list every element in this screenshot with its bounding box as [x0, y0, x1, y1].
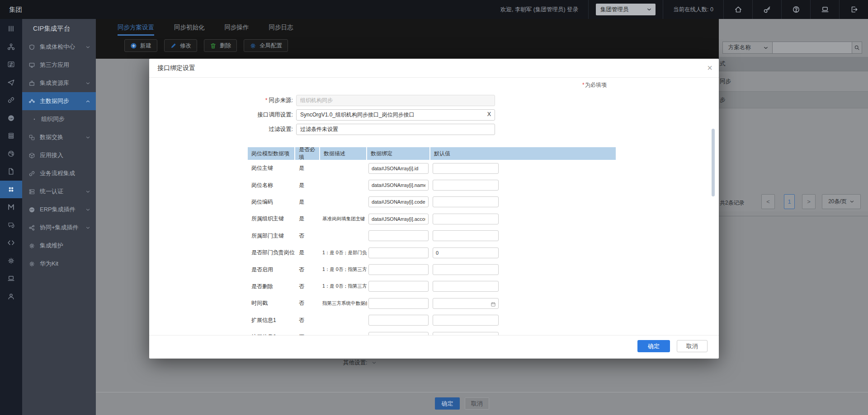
rail-item[interactable] [0, 216, 22, 234]
home-button[interactable] [724, 5, 752, 14]
default-value-input[interactable] [433, 298, 499, 309]
user-icon [7, 293, 15, 300]
table-row[interactable]: 同步 [719, 71, 868, 92]
new-button[interactable]: 新建 [124, 39, 157, 52]
binding-input[interactable] [368, 315, 429, 326]
delete-button[interactable]: 删除 [204, 39, 237, 52]
console-button[interactable] [811, 5, 839, 14]
link-icon [7, 96, 15, 104]
binding-input[interactable] [368, 230, 429, 241]
rail-item[interactable] [0, 288, 22, 306]
rail-item[interactable] [0, 56, 22, 74]
bg-confirm-button[interactable]: 确定 [435, 397, 460, 410]
sidebar-item[interactable]: 组织同步 [22, 110, 96, 128]
interface-call-field[interactable] [296, 109, 495, 121]
binding-input[interactable] [368, 163, 429, 174]
filter-input[interactable] [773, 42, 852, 54]
rail-item[interactable]: CAP [0, 109, 22, 127]
sidebar-item[interactable]: 集成维护 [22, 237, 96, 255]
default-value-input[interactable] [433, 247, 499, 258]
rail-item[interactable] [0, 74, 22, 92]
rail-item[interactable] [0, 20, 22, 38]
default-value-input[interactable] [433, 315, 499, 326]
binding-input[interactable] [368, 281, 429, 292]
sidebar-item[interactable]: 集成资源库 [22, 74, 96, 92]
cancel-button[interactable]: 取消 [677, 340, 708, 352]
global-config-button[interactable]: 全局配置 [244, 39, 288, 52]
rail-item[interactable] [0, 270, 22, 288]
binding-input[interactable] [368, 247, 429, 258]
sidebar-item[interactable]: 华为Kit [22, 255, 96, 273]
default-value-input[interactable] [433, 230, 499, 241]
sync-source-field[interactable] [296, 95, 495, 106]
sidebar-item[interactable]: 业务流程集成 [22, 164, 96, 182]
rail-item[interactable] [0, 181, 22, 199]
rail-item[interactable] [0, 145, 22, 163]
brand-logo: 集团 [9, 5, 22, 14]
svg-text:CAP: CAP [9, 117, 13, 119]
rail-item[interactable] [0, 163, 22, 181]
binding-input[interactable] [368, 196, 429, 207]
default-value-input[interactable] [433, 180, 499, 191]
prev-page-button[interactable]: < [761, 194, 775, 209]
tab-sync-init[interactable]: 同步初始化 [174, 19, 205, 36]
sidebar-item[interactable]: 集成体检中心 [22, 38, 96, 56]
field-name: 岗位编码 [248, 198, 295, 206]
binding-input[interactable] [368, 264, 429, 275]
confirm-button[interactable]: 确定 [637, 340, 670, 352]
field-description: 1：是 0否；是部门负责人 [320, 250, 367, 256]
sidebar-item[interactable]: 协同+集成插件 [22, 219, 96, 237]
close-icon[interactable]: × [707, 62, 712, 73]
tab-sync-operation[interactable]: 同步操作 [225, 19, 249, 36]
sidebar-item[interactable]: ERP ERP集成插件 [22, 201, 96, 219]
bg-cancel-button[interactable]: 取消 [465, 397, 489, 410]
rail-item[interactable] [0, 252, 22, 270]
scrollbar-thumb[interactable] [712, 129, 715, 196]
logout-button[interactable] [840, 5, 868, 14]
sidebar-item[interactable]: 主数据同步 [22, 92, 96, 110]
rail-item[interactable] [0, 198, 22, 216]
default-value-input[interactable] [433, 163, 499, 174]
binding-input[interactable] [368, 180, 429, 191]
table-row[interactable]: 步 [719, 92, 868, 108]
sidebar-item[interactable]: 第三方应用 [22, 56, 96, 74]
sidebar-item[interactable]: 统一认证 [22, 182, 96, 201]
tab-sync-plan-settings[interactable]: 同步方案设置 [118, 19, 154, 36]
tab-sync-log[interactable]: 同步日志 [269, 19, 293, 36]
binding-input[interactable] [368, 298, 429, 309]
search-button[interactable] [852, 42, 862, 54]
page-number-button[interactable]: 1 [784, 194, 795, 209]
role-select[interactable]: 集团管理员 [596, 4, 656, 15]
binding-input[interactable] [368, 214, 429, 224]
edit-button[interactable]: 修改 [164, 39, 197, 52]
rail-item[interactable] [0, 91, 22, 109]
other-settings-toggle[interactable]: 其他设置: [343, 359, 377, 367]
form-row: 过滤设置: [149, 124, 495, 135]
default-value-input[interactable] [433, 281, 499, 292]
rail-item[interactable] [0, 127, 22, 145]
filter-category-select[interactable]: 方案名称 [722, 42, 773, 54]
calendar-icon[interactable] [491, 302, 496, 307]
default-value-input[interactable] [433, 332, 499, 335]
binding-input[interactable] [368, 332, 429, 335]
default-value-input[interactable] [433, 214, 499, 224]
sidebar-item[interactable]: 数据交换 [22, 128, 96, 146]
next-page-button[interactable]: > [802, 194, 816, 209]
table-row: 是否删除 否 1：是 0否；指第三方系统 [248, 278, 616, 295]
filter-settings-label: 过滤设置: [149, 126, 293, 133]
default-value-input[interactable] [433, 196, 499, 207]
password-button[interactable] [753, 5, 781, 14]
clear-icon[interactable]: X [487, 111, 491, 117]
bg-table-header: 式 [719, 57, 868, 71]
page-size-select[interactable]: 20条/页 [822, 194, 861, 209]
field-name: 是否启用 [248, 266, 295, 274]
help-button[interactable] [782, 5, 810, 14]
bag-icon [28, 80, 35, 87]
required-flag: 是 [295, 249, 320, 256]
default-value-input[interactable] [433, 264, 499, 275]
filter-settings-field[interactable] [296, 124, 495, 135]
rail-item[interactable] [0, 38, 22, 56]
sidebar-item[interactable]: 应用接入 [22, 146, 96, 164]
laptop-icon [7, 275, 15, 282]
rail-item[interactable] [0, 234, 22, 252]
